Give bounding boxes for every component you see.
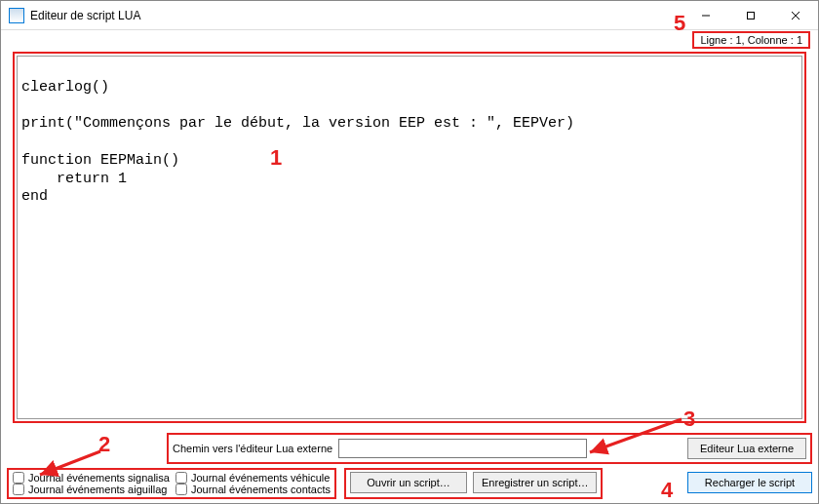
external-editor-path-label: Chemin vers l'éditeur Lua externe	[173, 443, 332, 454]
log-checkboxes: Journal événements signalisa Journal évé…	[7, 468, 336, 499]
editor-container: clearlog() print("Commençons par le débu…	[13, 52, 806, 423]
minimize-icon	[701, 11, 711, 20]
close-icon	[791, 11, 800, 20]
bottom-row: Journal événements signalisa Journal évé…	[7, 468, 812, 499]
window-title: Editeur de script LUA	[30, 9, 683, 22]
checkbox-signals[interactable]: Journal événements signalisa	[13, 472, 170, 484]
title-bar: Editeur de script LUA	[1, 1, 818, 30]
external-editor-button[interactable]: Editeur Lua externe	[687, 438, 806, 459]
checkbox-vehicle[interactable]: Journal événements véhicule	[176, 472, 331, 484]
checkbox-switches[interactable]: Journal événements aiguillag	[13, 484, 170, 495]
maximize-button[interactable]	[728, 1, 773, 29]
checkbox-contacts-input[interactable]	[176, 484, 187, 495]
script-file-buttons: Ouvrir un script… Enregistrer un script…	[344, 468, 603, 499]
checkbox-contacts-label: Journal événements contacts	[191, 484, 331, 495]
external-editor-path-row: Chemin vers l'éditeur Lua externe Editeu…	[167, 433, 812, 464]
cursor-position: Ligne : 1, Colonne : 1	[692, 31, 810, 49]
external-editor-path-input[interactable]	[338, 439, 587, 458]
svg-rect-1	[748, 12, 755, 19]
checkbox-switches-input[interactable]	[13, 484, 24, 495]
checkbox-vehicle-input[interactable]	[176, 472, 187, 484]
window-controls	[683, 1, 818, 29]
checkbox-signals-input[interactable]	[13, 472, 24, 484]
checkbox-contacts[interactable]: Journal événements contacts	[176, 484, 331, 495]
checkbox-switches-label: Journal événements aiguillag	[28, 484, 167, 495]
app-icon	[9, 8, 24, 23]
checkbox-vehicle-label: Journal événements véhicule	[191, 472, 330, 484]
save-script-button[interactable]: Enregistrer un script…	[473, 472, 597, 493]
code-editor[interactable]: clearlog() print("Commençons par le débu…	[17, 56, 802, 419]
window-root: Editeur de script LUA Ligne : 1, Colonne…	[0, 0, 819, 504]
open-script-button[interactable]: Ouvrir un script…	[350, 472, 467, 493]
close-button[interactable]	[773, 1, 818, 29]
minimize-button[interactable]	[683, 1, 728, 29]
status-bar: Ligne : 1, Colonne : 1	[1, 30, 818, 50]
checkbox-signals-label: Journal événements signalisa	[28, 472, 170, 484]
reload-script-button[interactable]: Recharger le script	[687, 472, 812, 493]
maximize-icon	[746, 11, 756, 20]
bottom-panel: Chemin vers l'éditeur Lua externe Editeu…	[1, 429, 818, 503]
